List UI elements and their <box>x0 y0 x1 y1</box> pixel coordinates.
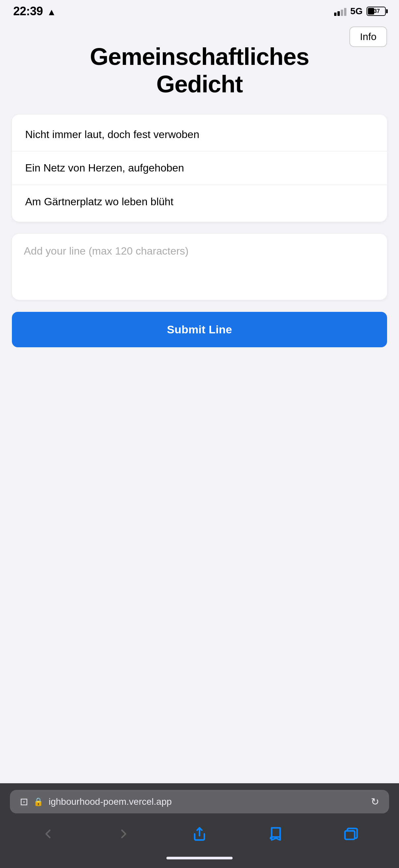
signal-bar-3 <box>341 9 343 16</box>
browser-bar: ⊡ 🔒 ighbourhood-poem.vercel.app ↻ <box>0 783 399 868</box>
url-bar[interactable]: ⊡ 🔒 ighbourhood-poem.vercel.app ↻ <box>10 790 389 813</box>
share-button[interactable] <box>186 823 213 847</box>
bookmarks-button[interactable] <box>261 823 289 847</box>
share-icon <box>192 827 207 841</box>
back-icon <box>41 827 55 841</box>
status-time: 22:39 <box>13 4 43 18</box>
poem-line-2: Ein Netz von Herzen, aufgehoben <box>12 151 387 185</box>
signal-bar-2 <box>337 11 340 16</box>
back-button[interactable] <box>34 823 62 847</box>
status-bar: 22:39 ▲ 5G 37 <box>0 0 399 20</box>
bookmarks-icon <box>268 827 282 841</box>
network-label: 5G <box>351 6 363 17</box>
page-title: Gemeinschaftliches Gedicht <box>12 43 387 98</box>
page-title-line1: Gemeinschaftliches <box>90 43 309 70</box>
svg-rect-1 <box>345 831 355 840</box>
location-arrow-icon: ▲ <box>47 7 56 17</box>
status-icons-area: 5G 37 <box>334 6 386 17</box>
input-card <box>12 234 387 300</box>
tabs-icon-nav <box>344 827 358 841</box>
url-bar-left: ⊡ 🔒 ighbourhood-poem.vercel.app <box>20 796 172 807</box>
page-title-line2: Gedicht <box>156 71 242 97</box>
forward-button[interactable] <box>110 823 138 847</box>
tabs-icon: ⊡ <box>20 796 28 807</box>
content-spacer <box>12 347 387 480</box>
main-content: Info Gemeinschaftliches Gedicht Nicht im… <box>0 20 399 493</box>
battery-body: 37 <box>367 7 386 16</box>
status-time-area: 22:39 ▲ <box>13 4 56 18</box>
forward-icon <box>117 827 131 841</box>
battery-percent: 37 <box>368 8 386 14</box>
signal-bar-4 <box>344 8 346 16</box>
poem-line-3: Am Gärtnerplatz wo leben blüht <box>12 185 387 218</box>
signal-icon <box>334 7 346 16</box>
poem-card: Nicht immer laut, doch fest verwoben Ein… <box>12 115 387 222</box>
url-text: ighbourhood-poem.vercel.app <box>48 797 172 807</box>
tabs-button[interactable] <box>337 823 365 847</box>
poem-line-input[interactable] <box>24 243 375 289</box>
reload-icon[interactable]: ↻ <box>371 796 379 807</box>
poem-line-1: Nicht immer laut, doch fest verwoben <box>12 118 387 152</box>
submit-line-button[interactable]: Submit Line <box>12 312 387 347</box>
info-button[interactable]: Info <box>350 27 387 47</box>
signal-bar-1 <box>334 12 336 16</box>
browser-actions <box>10 820 389 854</box>
home-indicator <box>166 857 233 859</box>
battery-icon: 37 <box>367 7 386 16</box>
lock-icon: 🔒 <box>33 797 43 806</box>
